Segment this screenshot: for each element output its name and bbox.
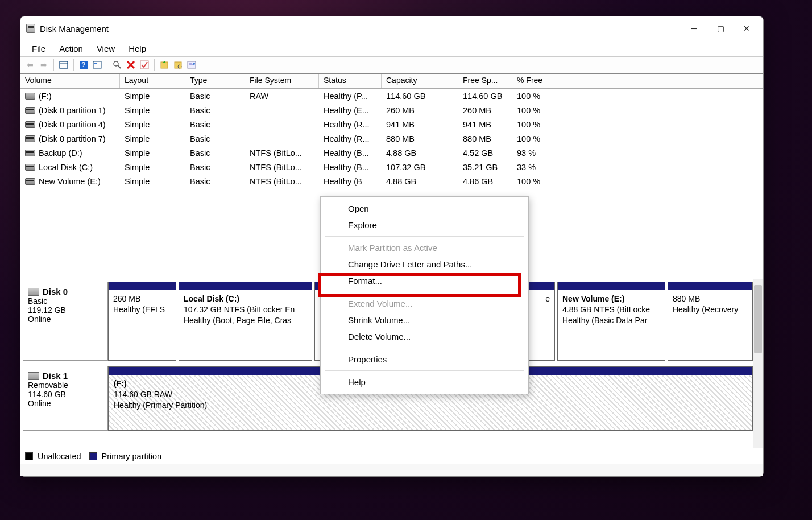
ctx-open[interactable]: Open <box>321 200 528 217</box>
legend-primary-label: Primary partition <box>102 452 162 461</box>
ctx-mark-active: Mark Partition as Active <box>321 240 528 256</box>
volume-icon <box>25 150 35 156</box>
volume-row[interactable]: (Disk 0 partition 4)SimpleBasicHealthy (… <box>20 117 763 131</box>
ctx-change-letter[interactable]: Change Drive Letter and Paths... <box>321 256 528 273</box>
volume-context-menu: Open Explore Mark Partition as Active Ch… <box>320 196 529 394</box>
forward-button[interactable]: ➡ <box>38 59 50 71</box>
check-button[interactable] <box>138 59 151 71</box>
col-pct[interactable]: % Free <box>512 74 569 88</box>
legend-unallocated-swatch <box>25 452 33 460</box>
svg-point-6 <box>114 61 118 66</box>
legend: Unallocated Primary partition <box>20 448 763 464</box>
volume-row[interactable]: Local Disk (C:)SimpleBasicNTFS (BitLo...… <box>20 160 763 174</box>
disk-icon <box>28 288 39 296</box>
menubar: File Action View Help <box>20 40 763 56</box>
ctx-explore[interactable]: Explore <box>321 217 528 233</box>
disk0-part-1[interactable]: 260 MB Healthy (EFI S <box>108 282 176 361</box>
minimize-button[interactable]: ─ <box>681 19 707 38</box>
svg-line-7 <box>118 65 121 68</box>
action-button-2[interactable] <box>172 59 184 71</box>
svg-rect-0 <box>60 61 68 68</box>
close-button[interactable]: ✕ <box>734 19 760 38</box>
ctx-shrink[interactable]: Shrink Volume... <box>321 312 528 328</box>
disk0-part-e[interactable]: New Volume (E:) 4.88 GB NTFS (BitLocke H… <box>557 282 665 361</box>
volume-row[interactable]: (Disk 0 partition 7)SimpleBasicHealthy (… <box>20 131 763 146</box>
volume-row[interactable]: (F:)SimpleBasicRAWHealthy (P...114.60 GB… <box>20 89 763 103</box>
legend-primary-swatch <box>89 452 97 460</box>
delete-button[interactable] <box>125 59 137 71</box>
maximize-button[interactable]: ▢ <box>707 19 734 38</box>
volume-list-header: Volume Layout Type File System Status Ca… <box>20 74 763 89</box>
svg-point-18 <box>193 63 195 65</box>
legend-unallocated-label: Unallocated <box>38 452 81 461</box>
svg-rect-5 <box>94 63 97 64</box>
help-button[interactable]: ? <box>77 59 90 71</box>
properties-button[interactable] <box>185 59 198 71</box>
refresh-button[interactable] <box>111 59 123 71</box>
menu-file[interactable]: File <box>25 43 52 55</box>
volume-icon <box>25 93 35 100</box>
volume-icon <box>25 135 35 142</box>
disk0-part-recovery[interactable]: 880 MB Healthy (Recovery <box>668 282 753 361</box>
settings-button[interactable] <box>91 59 103 71</box>
ctx-delete[interactable]: Delete Volume... <box>321 328 528 345</box>
svg-text:?: ? <box>81 61 85 69</box>
app-icon <box>26 24 35 33</box>
volume-row[interactable]: Backup (D:)SimpleBasicNTFS (BitLo...Heal… <box>20 146 763 160</box>
menu-help[interactable]: Help <box>122 43 153 55</box>
toolbar: ⬅ ➡ ? <box>20 56 763 73</box>
disk-scrollbar[interactable] <box>753 279 763 448</box>
disk-1-label[interactable]: Disk 1 Removable 114.60 GB Online <box>23 366 108 431</box>
volume-icon <box>25 164 35 171</box>
volume-row[interactable]: New Volume (E:)SimpleBasicNTFS (BitLo...… <box>20 174 763 188</box>
col-layout[interactable]: Layout <box>120 74 185 88</box>
volume-icon <box>25 107 35 114</box>
volume-row[interactable]: (Disk 0 partition 1)SimpleBasicHealthy (… <box>20 103 763 117</box>
col-filesystem[interactable]: File System <box>245 74 319 88</box>
col-volume[interactable]: Volume <box>20 74 120 88</box>
col-capacity[interactable]: Capacity <box>382 74 458 88</box>
ctx-help[interactable]: Help <box>321 374 528 390</box>
window-title: Disk Management <box>40 24 109 34</box>
titlebar[interactable]: Disk Management ─ ▢ ✕ <box>20 16 763 40</box>
back-button[interactable]: ⬅ <box>24 59 36 71</box>
volume-icon <box>25 178 35 185</box>
disk-0-label[interactable]: Disk 0 Basic 119.12 GB Online <box>23 282 108 361</box>
disk0-part-c[interactable]: Local Disk (C:) 107.32 GB NTFS (BitLocke… <box>179 282 312 361</box>
statusbar <box>20 464 763 476</box>
volume-icon <box>25 121 35 128</box>
svg-rect-4 <box>93 61 101 68</box>
col-type[interactable]: Type <box>185 74 245 88</box>
col-free[interactable]: Free Sp... <box>458 74 512 88</box>
ctx-format[interactable]: Format... <box>321 273 528 289</box>
ctx-properties[interactable]: Properties <box>321 351 528 368</box>
disk-icon <box>28 372 39 380</box>
col-status[interactable]: Status <box>319 74 382 88</box>
ctx-extend: Extend Volume... <box>321 295 528 312</box>
menu-action[interactable]: Action <box>52 43 90 55</box>
menu-view[interactable]: View <box>90 43 122 55</box>
show-hide-console-button[interactable] <box>57 59 70 71</box>
action-button-1[interactable] <box>158 59 171 71</box>
